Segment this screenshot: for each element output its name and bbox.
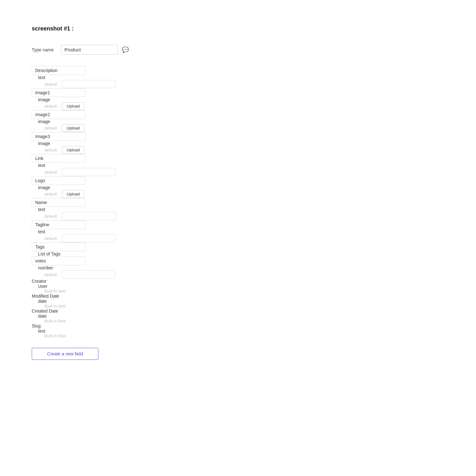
field-name-box: votes: [32, 256, 86, 265]
field-type-label: text: [32, 75, 95, 80]
built-in-field-label: Built-in field: [44, 289, 444, 294]
field-name-box: Link: [32, 154, 86, 163]
comment-icon[interactable]: 💬: [122, 46, 129, 53]
field-name-box: Tagline: [32, 220, 86, 229]
page-title: screenshot #1 :: [32, 25, 444, 32]
field-type-label: text: [32, 229, 95, 234]
fields-list: DescriptiontextdefaultImage1imagedefault…: [32, 66, 444, 338]
field-default-input[interactable]: [62, 270, 116, 279]
field-name-label: Modified Date: [32, 294, 59, 299]
field-type-label: text: [32, 207, 95, 212]
table-row: LogoimagedefaultUpload: [32, 176, 444, 198]
field-name-label: Slug: [32, 323, 41, 328]
default-label: default: [44, 126, 59, 130]
field-name-box: Tags: [32, 242, 86, 251]
table-row: CreatorUserBuilt-in field: [32, 279, 444, 294]
default-label: default: [44, 236, 59, 241]
field-name-label: Creator: [32, 279, 47, 284]
field-type-label: image: [32, 119, 95, 124]
field-default-input[interactable]: [62, 168, 116, 176]
field-name-box: Description: [32, 66, 86, 75]
type-name-label: Type name: [32, 47, 57, 52]
type-name-row: Type name 💬: [32, 45, 444, 55]
field-type-label: List of Tags: [32, 251, 95, 256]
default-label: default: [44, 214, 59, 219]
field-name-box: Image2: [32, 110, 86, 119]
table-row: Taglinetextdefault: [32, 220, 444, 242]
table-row: Image1imagedefaultUpload: [32, 88, 444, 110]
field-name-label: Created Date: [32, 308, 58, 314]
table-row: Linktextdefault: [32, 154, 444, 176]
upload-button[interactable]: Upload: [62, 190, 84, 198]
built-in-field-label: Built-in field: [44, 319, 444, 323]
default-label: default: [44, 272, 59, 277]
field-name-box: Image1: [32, 88, 86, 97]
field-type-label: image: [32, 97, 95, 102]
field-type-label: number: [32, 265, 95, 270]
field-default-input[interactable]: [62, 80, 116, 88]
upload-button[interactable]: Upload: [62, 124, 84, 132]
table-row: Image2imagedefaultUpload: [32, 110, 444, 132]
field-type-label: text: [32, 328, 95, 334]
default-label: default: [44, 104, 59, 109]
table-row: TagsList of Tags: [32, 242, 444, 256]
table-row: votesnumberdefault: [32, 256, 444, 279]
table-row: Modified DatedateBuilt-in field: [32, 294, 444, 308]
page-container: screenshot #1 : Type name 💬 Descriptiont…: [0, 0, 476, 476]
default-label: default: [44, 192, 59, 196]
field-default-input[interactable]: [62, 212, 116, 220]
field-type-label: User: [32, 284, 95, 289]
field-name-box: Logo: [32, 176, 86, 185]
default-label: default: [44, 170, 59, 175]
table-row: Image3imagedefaultUpload: [32, 132, 444, 154]
table-row: Created DatedateBuilt-in field: [32, 308, 444, 323]
upload-button[interactable]: Upload: [62, 146, 84, 154]
field-default-input[interactable]: [62, 234, 116, 242]
default-label: default: [44, 82, 59, 87]
field-type-label: date: [32, 299, 95, 304]
field-type-label: image: [32, 141, 95, 146]
field-name-box: Image3: [32, 132, 86, 141]
built-in-field-label: Built-in field: [44, 334, 444, 338]
type-name-input[interactable]: [61, 45, 118, 55]
table-row: SlugtextBuilt-in field: [32, 323, 444, 338]
upload-button[interactable]: Upload: [62, 102, 84, 110]
table-row: Nametextdefault: [32, 198, 444, 220]
field-type-label: image: [32, 185, 95, 190]
field-type-label: text: [32, 163, 95, 168]
create-field-button[interactable]: Create a new field: [32, 348, 98, 360]
default-label: default: [44, 148, 59, 152]
table-row: Descriptiontextdefault: [32, 66, 444, 88]
field-type-label: date: [32, 314, 95, 319]
field-name-box: Name: [32, 198, 86, 207]
built-in-field-label: Built-in field: [44, 304, 444, 308]
